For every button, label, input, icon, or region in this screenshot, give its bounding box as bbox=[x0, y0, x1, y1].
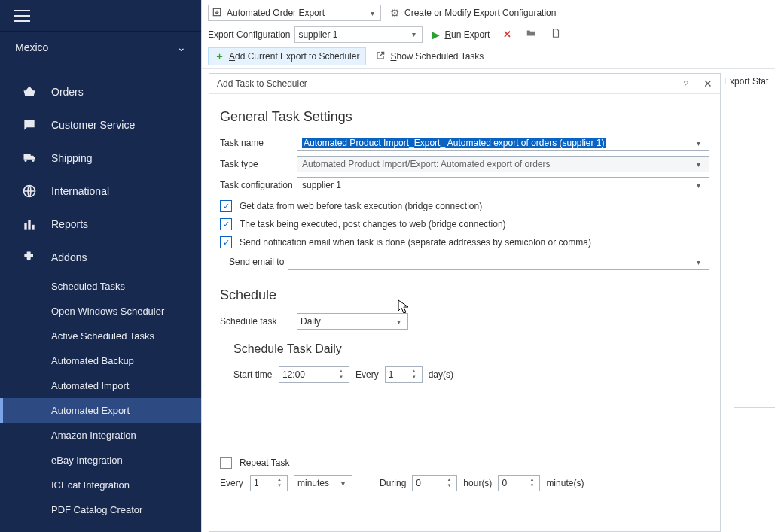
export-type-combo[interactable]: Automated Order Export ▾ bbox=[208, 5, 381, 21]
spinner-arrows-icon: ▲▼ bbox=[410, 369, 419, 381]
nav-international[interactable]: International bbox=[0, 175, 201, 208]
close-icon: ✕ bbox=[503, 29, 511, 40]
schedule-task-daily-heading: Schedule Task Daily bbox=[233, 342, 709, 356]
sub-icecat-integration[interactable]: ICEcat Integration bbox=[0, 473, 201, 497]
nav-shipping[interactable]: Shipping bbox=[0, 141, 201, 175]
config-label: Export Configuration bbox=[208, 29, 290, 40]
chevron-down-icon: ▾ bbox=[692, 258, 704, 266]
right-mid-panel bbox=[734, 407, 775, 532]
add-task-dialog: Add Task to Scheduler ? ✕ General Task S… bbox=[209, 73, 721, 532]
export-config-combo[interactable]: supplier 1 ▾ bbox=[294, 26, 423, 43]
sub-open-windows-scheduler[interactable]: Open Windows Scheduler bbox=[0, 299, 201, 324]
chevron-down-icon: ⌄ bbox=[177, 41, 186, 53]
folder-button[interactable] bbox=[520, 26, 542, 42]
checkbox-send-email[interactable]: ✓ bbox=[220, 236, 232, 248]
basket-icon bbox=[21, 84, 38, 100]
puzzle-icon bbox=[21, 249, 38, 266]
show-scheduled-tasks-button[interactable]: Show Scheduled Tasks bbox=[371, 49, 488, 65]
truck-icon bbox=[21, 150, 38, 166]
task-name-label: Task name bbox=[220, 138, 297, 148]
sidebar-top bbox=[0, 0, 201, 32]
chevron-down-icon: ▾ bbox=[392, 318, 404, 326]
checkbox-post-changes[interactable]: ✓ bbox=[220, 218, 232, 230]
country-selector[interactable]: Mexico ⌄ bbox=[0, 32, 201, 63]
create-modify-config-button[interactable]: ⚙ Create or Modify Export Configuration bbox=[386, 5, 560, 20]
gear-icon: ⚙ bbox=[390, 7, 400, 19]
schedule-heading: Schedule bbox=[220, 287, 709, 303]
during-hours-spinner[interactable]: 0 ▲▼ bbox=[412, 475, 457, 491]
during-label: During bbox=[380, 478, 406, 488]
right-status-column-header: Export Stat bbox=[719, 73, 775, 93]
spinner-arrows-icon: ▲▼ bbox=[527, 477, 536, 489]
hamburger-menu-icon[interactable] bbox=[14, 10, 30, 22]
sub-automated-import[interactable]: Automated Import bbox=[0, 373, 201, 398]
during-minutes-spinner[interactable]: 0 ▲▼ bbox=[498, 475, 540, 491]
add-current-export-to-scheduler-button[interactable]: ＋ Add Current Export to Scheduler bbox=[208, 47, 366, 65]
start-time-label: Start time bbox=[233, 369, 273, 380]
chevron-down-icon: ▾ bbox=[408, 30, 419, 38]
dialog-titlebar: Add Task to Scheduler ? ✕ bbox=[209, 74, 720, 94]
sub-automated-backup[interactable]: Automated Backup bbox=[0, 348, 201, 373]
sub-active-scheduled-tasks[interactable]: Active Scheduled Tasks bbox=[0, 324, 201, 348]
send-email-to-label: Send email to bbox=[229, 257, 288, 267]
task-config-label: Task configuration bbox=[220, 180, 297, 190]
nav-orders[interactable]: Orders bbox=[0, 75, 201, 108]
document-button[interactable] bbox=[546, 26, 566, 43]
checkbox-send-email-label: Send notification email when task is don… bbox=[240, 237, 591, 248]
start-time-spinner[interactable]: 12:00 ▲▼ bbox=[279, 366, 349, 383]
minutes-label: minute(s) bbox=[546, 478, 584, 488]
task-name-combo[interactable]: Automated Product Import_Export_ Automat… bbox=[297, 135, 709, 151]
svg-rect-1 bbox=[24, 223, 26, 229]
open-external-icon bbox=[375, 50, 386, 63]
country-label: Mexico bbox=[15, 41, 48, 53]
export-icon bbox=[212, 7, 222, 20]
document-icon bbox=[551, 27, 561, 41]
task-type-combo: Automated Product Import/Export: Automat… bbox=[297, 156, 709, 172]
nav-addons[interactable]: Addons bbox=[0, 241, 201, 274]
sub-ebay-integration[interactable]: eBay Integration bbox=[0, 448, 201, 473]
schedule-task-combo[interactable]: Daily ▾ bbox=[297, 313, 408, 330]
checkbox-post-changes-label: The task being executed, post changes to… bbox=[240, 219, 506, 230]
checkbox-get-data[interactable]: ✓ bbox=[220, 200, 232, 212]
nav-reports[interactable]: Reports bbox=[0, 208, 201, 241]
repeat-unit-combo[interactable]: minutes ▾ bbox=[294, 475, 352, 491]
help-icon[interactable]: ? bbox=[683, 78, 688, 90]
svg-rect-3 bbox=[32, 225, 34, 230]
task-type-label: Task type bbox=[220, 159, 297, 169]
hours-label: hour(s) bbox=[463, 478, 492, 488]
globe-icon bbox=[21, 183, 38, 199]
chart-icon bbox=[21, 216, 38, 233]
play-icon: ▶ bbox=[432, 29, 440, 41]
every-days-spinner[interactable]: 1 ▲▼ bbox=[385, 366, 423, 383]
spinner-arrows-icon: ▲▼ bbox=[337, 369, 346, 381]
dialog-close-button[interactable]: ✕ bbox=[703, 78, 712, 90]
chevron-down-icon: ▾ bbox=[367, 9, 377, 17]
chat-icon bbox=[21, 117, 38, 133]
sub-amazon-integration[interactable]: Amazon Integration bbox=[0, 423, 201, 448]
folder-icon bbox=[525, 28, 537, 41]
repeat-every-label: Every bbox=[220, 478, 244, 488]
svg-rect-2 bbox=[28, 220, 30, 230]
sub-pdf-catalog-creator[interactable]: PDF Catalog Creator bbox=[0, 497, 201, 522]
chevron-down-icon: ▾ bbox=[692, 160, 704, 169]
nav-customer-service[interactable]: Customer Service bbox=[0, 108, 201, 141]
checkbox-repeat-task[interactable]: ✓ bbox=[220, 457, 232, 469]
checkbox-get-data-label: Get data from web before task execution … bbox=[240, 201, 482, 211]
dialog-title-text: Add Task to Scheduler bbox=[217, 78, 307, 89]
sub-automated-export[interactable]: Automated Export bbox=[0, 398, 201, 423]
days-label: day(s) bbox=[429, 369, 453, 380]
chevron-down-icon: ▾ bbox=[337, 479, 349, 488]
repeat-task-label: Repeat Task bbox=[240, 458, 290, 468]
chevron-down-icon: ▾ bbox=[692, 181, 704, 190]
sub-scheduled-tasks[interactable]: Scheduled Tasks bbox=[0, 274, 201, 299]
spinner-arrows-icon: ▲▼ bbox=[275, 477, 284, 489]
task-config-combo[interactable]: supplier 1 ▾ bbox=[297, 177, 709, 193]
schedule-task-label: Schedule task bbox=[220, 316, 297, 327]
run-export-button[interactable]: ▶ Run Export bbox=[427, 27, 494, 42]
repeat-every-spinner[interactable]: 1 ▲▼ bbox=[250, 475, 288, 491]
chevron-down-icon: ▾ bbox=[692, 139, 704, 147]
spinner-arrows-icon: ▲▼ bbox=[444, 477, 453, 489]
sidebar: Mexico ⌄ Orders Customer Service Shippin… bbox=[0, 0, 201, 532]
close-button[interactable]: ✕ bbox=[499, 27, 516, 41]
send-email-to-combo[interactable]: ▾ bbox=[288, 254, 709, 270]
